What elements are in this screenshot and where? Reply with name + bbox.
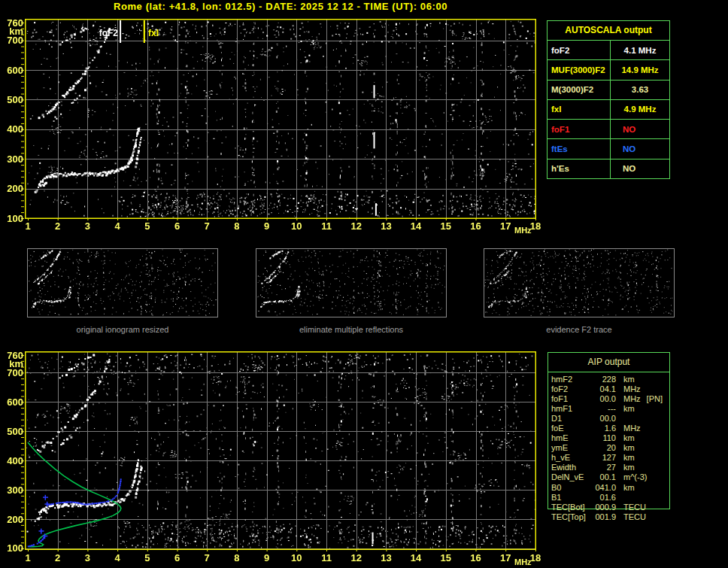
y-tick-label: 500 bbox=[0, 426, 23, 437]
table-row-fxi: fxI 4.9 MHz bbox=[548, 100, 669, 120]
aip-row-tec-bot: TEC[Bot]000.9TECU bbox=[551, 502, 679, 512]
row-label: foF2 bbox=[548, 41, 611, 59]
y-tick-label: 300 bbox=[0, 484, 23, 496]
x-tick-label: 2 bbox=[50, 220, 66, 232]
autoscala-output-table: AUTOSCALA output foF2 4.1 MHz MUF(3000)F… bbox=[547, 20, 670, 179]
x-tick-label: 5 bbox=[139, 552, 156, 563]
table-row-m3000f2: M(3000)F2 3.63 bbox=[548, 80, 669, 100]
row-value: 3.63 bbox=[611, 80, 669, 99]
top-ionogram-canvas bbox=[21, 19, 537, 222]
x-tick-label: 13 bbox=[378, 552, 394, 563]
y-tick-label: 200 bbox=[0, 514, 23, 525]
row-value: 4.9 MHz bbox=[611, 100, 669, 119]
table-row-muf3000f2: MUF(3000)F2 14.9 MHz bbox=[548, 60, 669, 80]
aip-row-b0: B0041.0km bbox=[551, 482, 679, 492]
thumbnail-caption: eliminate multiple reflections bbox=[256, 325, 447, 334]
x-tick-label: 8 bbox=[229, 552, 245, 563]
fof2-marker-label: foF2 bbox=[89, 28, 118, 38]
aip-row-hmf2: hmF2228km bbox=[551, 374, 679, 384]
autoscala-screen: Rome (lat: +41.8, lon: 012.5) - DATE: 20… bbox=[0, 0, 728, 568]
row-value: NO bbox=[611, 139, 669, 158]
x-tick-label: 1 bbox=[20, 552, 36, 563]
row-label: foF1 bbox=[548, 120, 611, 138]
row-value: NO bbox=[611, 120, 669, 138]
aip-row-hve: h_vE127km bbox=[551, 453, 679, 463]
thumbnail-evidence-f2-trace bbox=[484, 248, 675, 317]
thumbnail-caption: evidence F2 trace bbox=[484, 325, 675, 334]
row-label: M(3000)F2 bbox=[548, 80, 611, 99]
y-tick-label: 600 bbox=[0, 65, 23, 76]
y-tick-label: 400 bbox=[0, 455, 23, 466]
y-tick-label: 600 bbox=[0, 396, 23, 408]
thumbnail-canvas bbox=[484, 249, 674, 317]
y-tick-label: 400 bbox=[0, 123, 23, 135]
thumbnail-caption: original ionogram resized bbox=[27, 325, 218, 334]
aip-table-header: AIP output bbox=[548, 357, 670, 367]
aip-row-b1: B101.6 bbox=[551, 492, 679, 502]
x-tick-label: 14 bbox=[408, 552, 424, 563]
aip-row-foe: foE1.6MHz bbox=[551, 423, 679, 433]
thumbnail-eliminate-reflections bbox=[256, 248, 447, 317]
page-title: Rome (lat: +41.8, lon: 012.5) - DATE: 20… bbox=[25, 1, 536, 12]
y-tick-label: 200 bbox=[0, 183, 23, 194]
y-axis-unit-label: km bbox=[0, 358, 23, 369]
autoscala-table-header: AUTOSCALA output bbox=[548, 21, 669, 41]
aip-output-rows: hmF2228km foF204.1MHz foF100.0MHz[PN] hm… bbox=[551, 374, 679, 521]
y-tick-label: 300 bbox=[0, 153, 23, 165]
x-tick-label: 15 bbox=[438, 220, 454, 232]
x-axis-unit-label: MHz bbox=[514, 226, 532, 235]
table-row-fof2: foF2 4.1 MHz bbox=[548, 41, 669, 60]
x-tick-label: 3 bbox=[79, 220, 96, 232]
aip-row-fof2: foF204.1MHz bbox=[551, 384, 679, 393]
row-label: ftEs bbox=[548, 139, 611, 158]
x-tick-label: 16 bbox=[468, 220, 484, 232]
x-tick-label: 3 bbox=[79, 552, 96, 563]
aip-row-d1: D100.0 bbox=[551, 413, 679, 423]
aip-header-divider bbox=[548, 372, 670, 372]
x-tick-label: 17 bbox=[497, 552, 514, 563]
table-row-fof1: foF1 NO bbox=[548, 120, 669, 139]
x-tick-label: 10 bbox=[288, 220, 305, 232]
x-tick-label: 11 bbox=[318, 552, 335, 563]
x-tick-label: 9 bbox=[259, 220, 275, 232]
thumbnail-canvas bbox=[256, 249, 446, 317]
thumbnail-original-ionogram bbox=[27, 248, 218, 317]
x-tick-label: 14 bbox=[408, 220, 424, 232]
aip-row-tec-top: TEC[Top]001.9TECU bbox=[551, 512, 679, 521]
x-tick-label: 16 bbox=[468, 552, 484, 563]
row-value: NO bbox=[611, 159, 669, 178]
table-row-ftes: ftEs NO bbox=[548, 139, 669, 159]
x-axis-unit-label: MHz bbox=[514, 557, 532, 566]
x-tick-label: 7 bbox=[199, 552, 215, 563]
x-tick-label: 4 bbox=[109, 220, 126, 232]
thumbnail-canvas bbox=[28, 249, 217, 317]
x-tick-label: 12 bbox=[348, 220, 365, 232]
x-tick-label: 8 bbox=[229, 220, 245, 232]
aip-row-hmf1: hmF1---km bbox=[551, 403, 679, 413]
x-tick-label: 9 bbox=[259, 552, 275, 563]
bottom-ionogram-canvas bbox=[21, 351, 537, 553]
fxi-marker-label: fxI bbox=[148, 28, 159, 38]
x-tick-label: 17 bbox=[497, 220, 514, 232]
x-tick-label: 6 bbox=[169, 220, 186, 232]
aip-row-hme: hmE110km bbox=[551, 433, 679, 443]
x-tick-label: 1 bbox=[20, 220, 36, 232]
x-tick-label: 15 bbox=[438, 552, 454, 563]
table-row-hes: h'Es NO bbox=[548, 159, 669, 178]
x-tick-label: 13 bbox=[378, 220, 394, 232]
aip-row-ewidth: Ewidth27km bbox=[551, 463, 679, 472]
x-tick-label: 2 bbox=[50, 552, 66, 563]
y-axis-unit-label: km bbox=[0, 26, 23, 37]
x-tick-label: 4 bbox=[109, 552, 126, 563]
x-tick-label: 5 bbox=[139, 220, 156, 232]
x-tick-label: 10 bbox=[288, 552, 305, 563]
x-tick-label: 11 bbox=[318, 220, 335, 232]
x-tick-label: 6 bbox=[169, 552, 186, 563]
row-value: 14.9 MHz bbox=[611, 60, 669, 79]
row-label: fxI bbox=[548, 100, 611, 119]
x-tick-label: 12 bbox=[348, 552, 365, 563]
row-label: MUF(3000)F2 bbox=[548, 60, 611, 79]
aip-row-deln-ve: DelN_vE00.1m^(-3) bbox=[551, 472, 679, 482]
x-tick-label: 7 bbox=[199, 220, 215, 232]
row-label: h'Es bbox=[548, 159, 611, 178]
